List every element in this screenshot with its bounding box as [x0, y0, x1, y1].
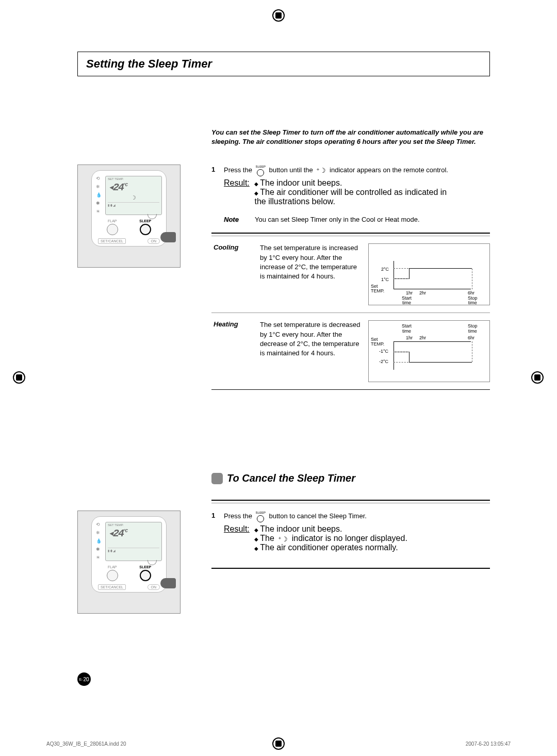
cooling-label: Cooling: [214, 243, 260, 251]
result-label: Result:: [224, 524, 252, 534]
cooling-chart: 2°C 1°C SetTEMP. 1hr 2hr 6hr Starttime S…: [368, 243, 490, 305]
auto-icon: ⟲: [96, 176, 103, 182]
heating-section: Heating The set temperature is decreased…: [211, 320, 490, 382]
start-time-label: Starttime: [402, 324, 412, 334]
flap-label: FLAP: [107, 219, 118, 223]
sleep-label: SLEEP: [139, 219, 151, 223]
result-item: The air conditioner operates normally.: [254, 543, 450, 552]
divider: [211, 500, 490, 501]
lcd-temp: ◂24°C: [108, 527, 159, 539]
flap-button: [107, 224, 118, 235]
note-text: You can set Sleep Timer only in the Cool…: [255, 216, 420, 223]
page: Setting the Sleep Timer You can set the …: [0, 0, 557, 722]
auto-icon: ⟲: [96, 522, 103, 528]
divider: [211, 313, 490, 313]
divider: [211, 389, 490, 390]
heating-desc: The set temperature is decreased by 1°C …: [260, 320, 363, 358]
step-1-row: ⟲ ❄ 💧 ✱ ☀ SET TEMP. ◂24°C ☽ ▮ ⬮ ◢: [77, 165, 490, 462]
droplet-icon: 💧: [96, 538, 103, 545]
on-label: ON: [148, 238, 160, 244]
flap-button: [107, 570, 118, 581]
sleep-button-inline-icon: SLEEP: [256, 511, 266, 522]
axis-label: SetTEMP.: [371, 337, 384, 347]
cooling-section: Cooling The set temperature is increased…: [211, 243, 490, 305]
cancel-step: 1 Press the SLEEP button to cancel the S…: [211, 511, 490, 522]
sleep-button: [140, 570, 151, 581]
snowflake-icon: ❄: [96, 184, 103, 190]
finger-pointer-icon: [160, 578, 176, 588]
cancel-step-row: ⟲ ❄ 💧 ✱ ☀ SET TEMP. ◂24°C ▮ ⬮ ◢: [77, 511, 490, 614]
subtitle-badge-icon: [211, 473, 223, 484]
heating-chart: Starttime Stoptime SetTEMP. 1hr 2hr 6hr …: [368, 320, 490, 382]
droplet-icon: 💧: [96, 192, 103, 199]
sleep-indicator-icon: ⁺☽: [278, 535, 288, 543]
sleep-button: [140, 224, 151, 235]
moon-icon: ☽: [108, 194, 159, 201]
set-cancel-label: SET/CANCEL: [98, 238, 126, 244]
sun-icon: ☀: [96, 555, 103, 561]
result-item: The indoor unit beeps.: [254, 178, 450, 188]
page-title-bar: Setting the Sleep Timer: [77, 52, 490, 76]
step-1: 1 Press the SLEEP button until the ⁺☽ in…: [211, 165, 490, 176]
divider: [211, 233, 490, 234]
fan-icon: ✱: [96, 547, 103, 553]
result-item: The indoor unit beeps.: [254, 524, 450, 534]
remote-illustration: ⟲ ❄ 💧 ✱ ☀ SET TEMP. ◂24°C ▮ ⬮ ◢: [77, 511, 181, 614]
intro-text: You can set the Sleep Timer to turn off …: [211, 128, 490, 146]
sun-icon: ☀: [96, 209, 103, 215]
lcd-status-icons: ▮ ⬮ ◢: [108, 202, 159, 207]
step-number: 1: [211, 511, 224, 521]
result-item: The ⁺☽ indicator is no longer displayed.: [254, 534, 450, 543]
lcd-temp: ◂24°C: [108, 180, 159, 193]
cancel-subtitle: To Cancel the Sleep Timer: [227, 472, 355, 484]
result-item: The air conditioner will be controlled a…: [254, 188, 450, 206]
cancel-step-result: Result: The indoor unit beeps. The ⁺☽ in…: [211, 524, 490, 552]
remote-illustration: ⟲ ❄ 💧 ✱ ☀ SET TEMP. ◂24°C ☽ ▮ ⬮ ◢: [77, 165, 181, 268]
sleep-button-inline-icon: SLEEP: [256, 165, 266, 176]
page-title: Setting the Sleep Timer: [86, 57, 212, 70]
stop-time-label: Stoptime: [468, 324, 478, 334]
note: Note You can set Sleep Timer only in the…: [224, 216, 490, 223]
divider: [211, 503, 490, 503]
page-number: E-20: [77, 672, 91, 686]
signal-arc-icon: [148, 560, 157, 565]
signal-arc-icon: [148, 214, 157, 219]
result-label: Result:: [224, 178, 252, 188]
step-1-result: Result: The indoor unit beeps. The air c…: [211, 178, 490, 206]
cancel-subtitle-row: To Cancel the Sleep Timer: [211, 472, 490, 484]
divider: [211, 236, 490, 236]
axis-label: SetTEMP.: [371, 284, 384, 293]
divider: [211, 568, 490, 569]
note-label: Note: [224, 216, 255, 223]
fan-icon: ✱: [96, 201, 103, 207]
sleep-indicator-icon: ⁺☽: [316, 166, 326, 176]
step-number: 1: [211, 165, 224, 175]
heating-label: Heating: [214, 320, 260, 328]
stop-time-label: Stoptime: [468, 296, 478, 306]
snowflake-icon: ❄: [96, 530, 103, 536]
cooling-desc: The set temperature is increased by 1°C …: [260, 243, 363, 281]
finger-pointer-icon: [160, 232, 176, 242]
start-time-label: Starttime: [402, 296, 412, 306]
